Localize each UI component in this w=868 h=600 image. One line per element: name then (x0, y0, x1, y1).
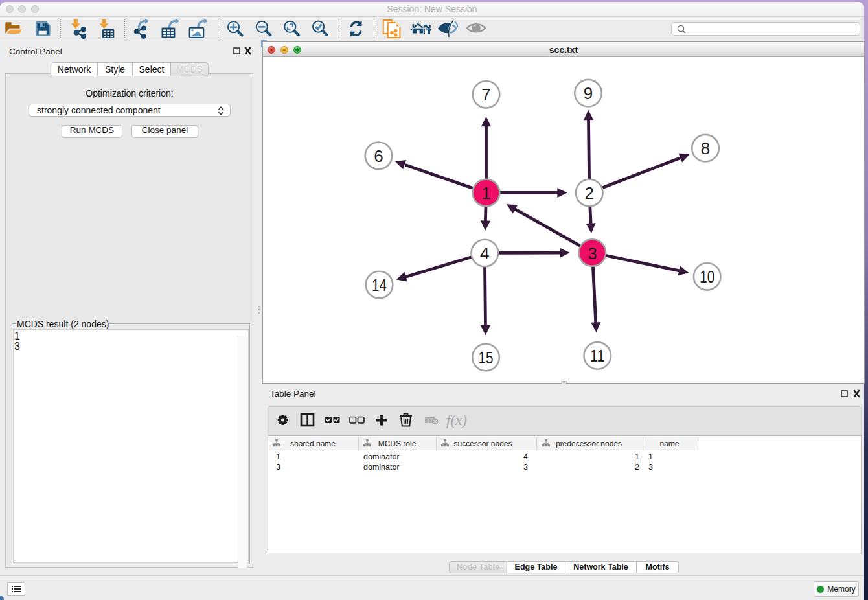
svg-text:9: 9 (584, 84, 593, 103)
svg-text:8: 8 (701, 139, 710, 158)
svg-text:f(x): f(x) (446, 412, 467, 428)
svg-text:10: 10 (700, 267, 714, 286)
svg-text:4: 4 (480, 244, 489, 263)
svg-text:3: 3 (588, 244, 597, 263)
svg-text:2: 2 (585, 183, 594, 203)
svg-text:1: 1 (481, 183, 490, 203)
svg-text:6: 6 (374, 146, 383, 166)
svg-text:11: 11 (590, 346, 605, 365)
svg-text:7: 7 (481, 85, 490, 104)
svg-text:14: 14 (372, 275, 387, 295)
svg-text:15: 15 (479, 348, 494, 367)
